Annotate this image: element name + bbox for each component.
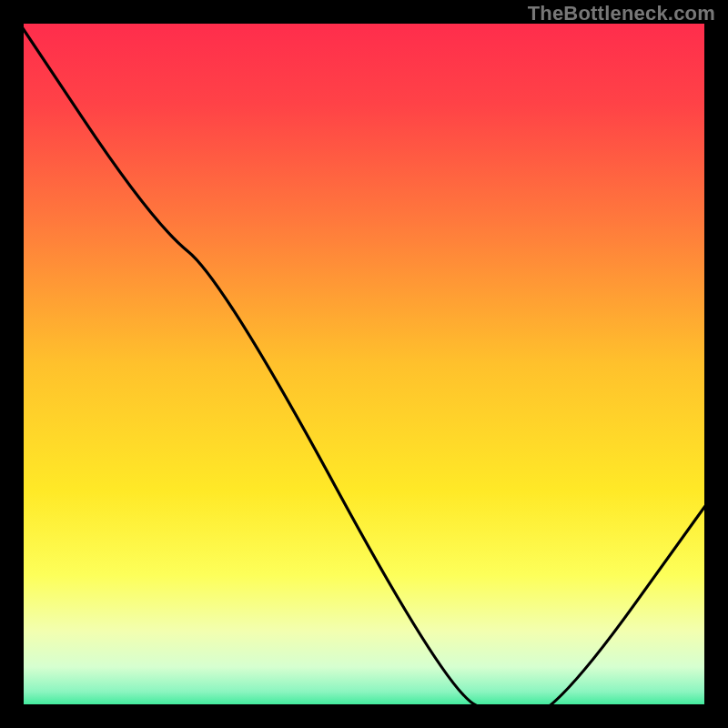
gradient-background: [12, 12, 716, 716]
watermark-text: TheBottleneck.com: [528, 2, 715, 25]
bottleneck-chart: [0, 0, 728, 728]
chart-frame: [0, 0, 728, 728]
